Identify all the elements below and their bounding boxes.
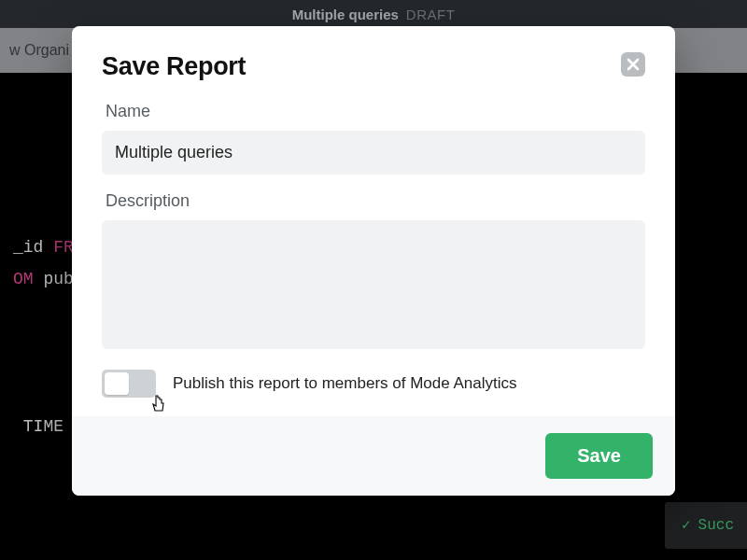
name-input[interactable] [102, 131, 645, 175]
dialog-title: Save Report [102, 52, 246, 81]
publish-toggle[interactable] [102, 370, 156, 398]
dialog-footer: Save [72, 416, 675, 496]
close-icon [627, 58, 640, 71]
description-label: Description [106, 191, 645, 211]
modal-overlay: Save Report Name Description Pu [0, 0, 747, 560]
save-report-dialog: Save Report Name Description Pu [72, 26, 675, 496]
name-label: Name [106, 102, 645, 121]
description-input[interactable] [102, 220, 645, 349]
publish-label: Publish this report to members of Mode A… [173, 374, 517, 393]
close-button[interactable] [621, 52, 645, 77]
toggle-knob [105, 372, 129, 395]
save-button[interactable]: Save [545, 433, 653, 479]
